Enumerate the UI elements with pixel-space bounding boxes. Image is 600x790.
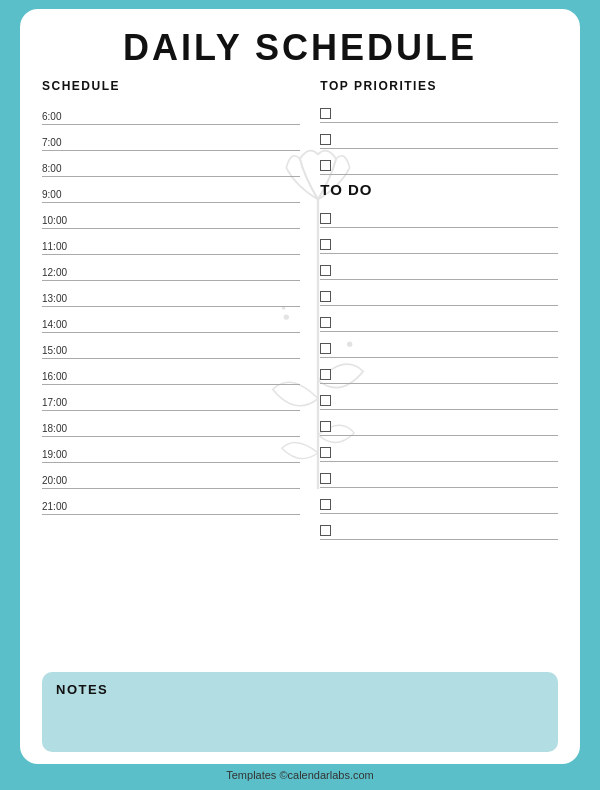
todo-checkbox[interactable] [320,369,331,380]
time-row: 10:00 [42,203,300,229]
todo-row [320,228,558,254]
page-title: DAILY SCHEDULE [42,27,558,69]
time-label: 11:00 [42,241,76,254]
todo-section: TO DO [320,181,558,540]
todo-row [320,462,558,488]
time-row: 13:00 [42,281,300,307]
todo-checkbox[interactable] [320,291,331,302]
time-row: 20:00 [42,463,300,489]
todo-checkbox[interactable] [320,525,331,536]
time-label: 20:00 [42,475,76,488]
time-row: 21:00 [42,489,300,515]
time-row: 9:00 [42,177,300,203]
todo-rows [320,202,558,540]
todo-checkbox[interactable] [320,213,331,224]
todo-checkbox[interactable] [320,499,331,510]
time-label: 16:00 [42,371,76,384]
time-label: 8:00 [42,163,76,176]
todo-row [320,254,558,280]
todo-checkbox[interactable] [320,447,331,458]
time-row: 7:00 [42,125,300,151]
todo-checkbox[interactable] [320,265,331,276]
notes-header: NOTES [56,682,544,697]
todo-row [320,358,558,384]
notes-section: NOTES [42,672,558,752]
todo-header: TO DO [320,181,558,198]
time-row: 14:00 [42,307,300,333]
priorities-header: TOP PRIORITIES [320,79,558,93]
priority-row [320,149,558,175]
todo-checkbox[interactable] [320,343,331,354]
time-label: 12:00 [42,267,76,280]
time-row: 8:00 [42,151,300,177]
todo-row [320,280,558,306]
priority-row [320,123,558,149]
priority-rows [320,97,558,175]
todo-row [320,410,558,436]
time-label: 21:00 [42,501,76,514]
right-column: TOP PRIORITIES TO DO [310,79,558,662]
time-row: 19:00 [42,437,300,463]
time-label: 9:00 [42,189,76,202]
todo-row [320,384,558,410]
time-label: 17:00 [42,397,76,410]
schedule-column: SCHEDULE 6:007:008:009:0010:0011:0012:00… [42,79,310,662]
time-label: 13:00 [42,293,76,306]
todo-row [320,514,558,540]
time-label: 6:00 [42,111,76,124]
todo-checkbox[interactable] [320,239,331,250]
priority-checkbox[interactable] [320,160,331,171]
time-row: 12:00 [42,255,300,281]
todo-checkbox[interactable] [320,395,331,406]
time-row: 16:00 [42,359,300,385]
todo-row [320,306,558,332]
main-columns: SCHEDULE 6:007:008:009:0010:0011:0012:00… [42,79,558,662]
todo-checkbox[interactable] [320,421,331,432]
footer-text: Templates ©calendarlabs.com [226,769,374,781]
todo-checkbox[interactable] [320,473,331,484]
time-label: 19:00 [42,449,76,462]
todo-checkbox[interactable] [320,317,331,328]
todo-row [320,332,558,358]
time-row: 17:00 [42,385,300,411]
time-label: 15:00 [42,345,76,358]
time-row: 18:00 [42,411,300,437]
time-label: 18:00 [42,423,76,436]
priorities-section: TOP PRIORITIES [320,79,558,175]
todo-row [320,436,558,462]
todo-row [320,202,558,228]
time-label: 10:00 [42,215,76,228]
time-row: 15:00 [42,333,300,359]
time-label: 14:00 [42,319,76,332]
time-row: 11:00 [42,229,300,255]
page-wrapper: DAILY SCHEDULE SCHEDULE 6:007:008:009:00… [20,9,580,764]
priority-checkbox[interactable] [320,108,331,119]
schedule-header: SCHEDULE [42,79,300,93]
time-rows: 6:007:008:009:0010:0011:0012:0013:0014:0… [42,99,300,515]
priority-row [320,97,558,123]
todo-row [320,488,558,514]
priority-checkbox[interactable] [320,134,331,145]
time-label: 7:00 [42,137,76,150]
time-row: 6:00 [42,99,300,125]
